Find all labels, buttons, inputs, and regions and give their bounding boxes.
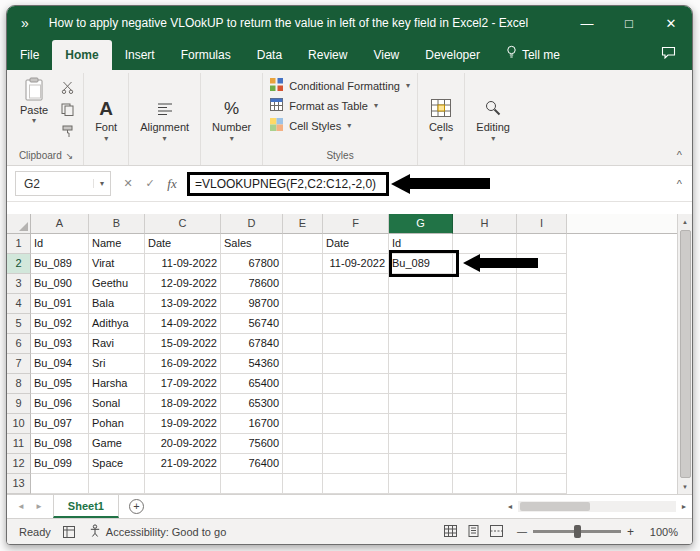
cell-C6[interactable]: 15-09-2022 [145, 334, 221, 354]
cell-F6[interactable] [323, 334, 389, 354]
cell-H2[interactable] [453, 254, 517, 274]
cell-I12[interactable] [517, 454, 567, 474]
select-all-corner[interactable] [7, 214, 31, 234]
cell-F2[interactable]: 11-09-2022 [323, 254, 389, 274]
cell-D3[interactable]: 78600 [221, 274, 283, 294]
cell-B13[interactable] [89, 474, 145, 494]
row-header-2[interactable]: 2 [7, 254, 31, 274]
name-box[interactable]: G2 ▾ [15, 171, 111, 196]
cell-F9[interactable] [323, 394, 389, 414]
collapse-ribbon-icon[interactable]: ^ [677, 149, 682, 161]
cell-C9[interactable]: 18-09-2022 [145, 394, 221, 414]
tab-developer[interactable]: Developer [412, 40, 493, 70]
column-header-G[interactable]: G [389, 214, 453, 234]
horizontal-scrollbar-thumb[interactable] [520, 502, 590, 511]
cell-B12[interactable]: Space [89, 454, 145, 474]
cell-D2[interactable]: 67800 [221, 254, 283, 274]
normal-view-icon[interactable] [444, 525, 457, 539]
copy-button[interactable] [58, 101, 76, 117]
cell-H7[interactable] [453, 354, 517, 374]
cell-E8[interactable] [283, 374, 323, 394]
cell-I7[interactable] [517, 354, 567, 374]
cell-C7[interactable]: 16-09-2022 [145, 354, 221, 374]
cell-I11[interactable] [517, 434, 567, 454]
cut-button[interactable] [58, 79, 76, 95]
cell-H6[interactable] [453, 334, 517, 354]
hscroll-left-icon[interactable]: ◄ [502, 503, 518, 510]
cell-G6[interactable] [389, 334, 453, 354]
cell-D8[interactable]: 65400 [221, 374, 283, 394]
cell-B9[interactable]: Sonal [89, 394, 145, 414]
cell-C1[interactable]: Date [145, 234, 221, 254]
cell-G9[interactable] [389, 394, 453, 414]
zoom-out-button[interactable]: — [517, 526, 527, 537]
cell-B8[interactable]: Harsha [89, 374, 145, 394]
cell-G5[interactable] [389, 314, 453, 334]
cell-B10[interactable]: Pohan [89, 414, 145, 434]
conditional-formatting-button[interactable]: Conditional Formatting ▾ [270, 78, 410, 93]
tab-data[interactable]: Data [244, 40, 295, 70]
hscroll-right-icon[interactable]: ► [676, 503, 692, 510]
column-header-F[interactable]: F [323, 214, 389, 234]
font-group-button[interactable]: A Font ▾ [91, 97, 121, 144]
cell-H5[interactable] [453, 314, 517, 334]
cell-G2[interactable]: Bu_089 [389, 254, 453, 274]
row-header-9[interactable]: 9 [7, 394, 31, 414]
column-header-H[interactable]: H [453, 214, 517, 234]
cell-E5[interactable] [283, 314, 323, 334]
cell-I1[interactable] [517, 234, 567, 254]
cell-C2[interactable]: 11-09-2022 [145, 254, 221, 274]
cell-B5[interactable]: Adithya [89, 314, 145, 334]
cell-H4[interactable] [453, 294, 517, 314]
cell-B7[interactable]: Sri [89, 354, 145, 374]
close-button[interactable]: ✕ [650, 6, 692, 40]
cell-A1[interactable]: Id [31, 234, 89, 254]
zoom-slider[interactable] [533, 530, 621, 533]
column-header-A[interactable]: A [31, 214, 89, 234]
scroll-up-icon[interactable]: ▲ [682, 214, 688, 229]
cell-E6[interactable] [283, 334, 323, 354]
cell-H9[interactable] [453, 394, 517, 414]
column-header-C[interactable]: C [145, 214, 221, 234]
cell-G1[interactable]: Id [389, 234, 453, 254]
cell-G10[interactable] [389, 414, 453, 434]
cell-A10[interactable]: Bu_097 [31, 414, 89, 434]
zoom-in-button[interactable]: + [627, 525, 634, 539]
cell-F8[interactable] [323, 374, 389, 394]
cell-C3[interactable]: 12-09-2022 [145, 274, 221, 294]
alignment-group-button[interactable]: Alignment ▾ [136, 97, 193, 144]
minimize-button[interactable]: — [566, 6, 608, 40]
paste-button[interactable]: Paste ▾ [16, 75, 52, 139]
cell-H3[interactable] [453, 274, 517, 294]
page-break-view-icon[interactable] [490, 525, 503, 539]
cell-D13[interactable] [221, 474, 283, 494]
row-header-6[interactable]: 6 [7, 334, 31, 354]
zoom-slider-thumb[interactable] [574, 525, 581, 538]
cell-A5[interactable]: Bu_092 [31, 314, 89, 334]
cell-I9[interactable] [517, 394, 567, 414]
cell-C13[interactable] [145, 474, 221, 494]
accessibility-status[interactable]: Accessibility: Good to go [89, 524, 226, 539]
cell-H10[interactable] [453, 414, 517, 434]
cell-A9[interactable]: Bu_096 [31, 394, 89, 414]
tab-formulas[interactable]: Formulas [168, 40, 244, 70]
sheet-tab-sheet1[interactable]: Sheet1 [53, 495, 119, 518]
cell-E7[interactable] [283, 354, 323, 374]
cell-E10[interactable] [283, 414, 323, 434]
cell-H12[interactable] [453, 454, 517, 474]
cell-E2[interactable] [283, 254, 323, 274]
cell-E12[interactable] [283, 454, 323, 474]
cell-H13[interactable] [453, 474, 517, 494]
row-header-13[interactable]: 13 [7, 474, 31, 494]
cell-G7[interactable] [389, 354, 453, 374]
cell-D5[interactable]: 56740 [221, 314, 283, 334]
scroll-down-icon[interactable]: ▼ [682, 479, 688, 494]
cell-G13[interactable] [389, 474, 453, 494]
clipboard-dialog-launcher-icon[interactable]: ↘ [66, 151, 74, 161]
row-header-12[interactable]: 12 [7, 454, 31, 474]
quick-access-chevron-icon[interactable]: » [21, 15, 29, 31]
cell-G11[interactable] [389, 434, 453, 454]
enter-entry-icon[interactable]: ✓ [139, 177, 161, 190]
row-header-10[interactable]: 10 [7, 414, 31, 434]
column-header-B[interactable]: B [89, 214, 145, 234]
